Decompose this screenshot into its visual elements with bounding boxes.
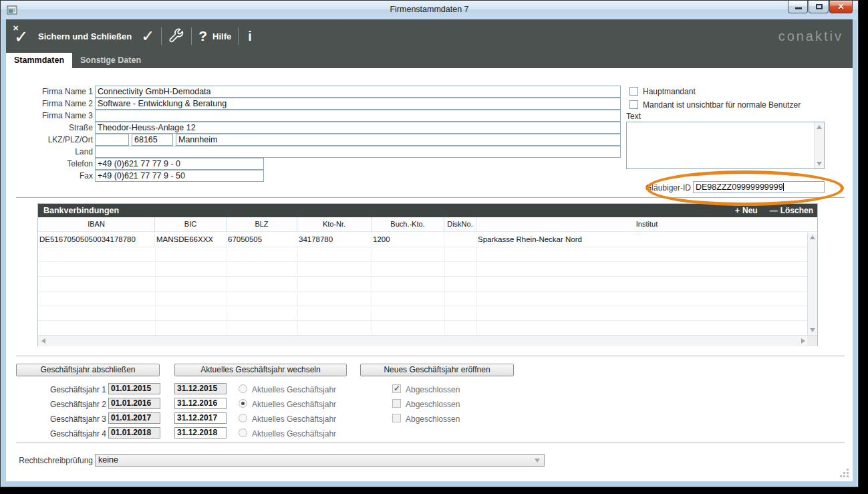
- mandant-unsichtbar-label: Mandant ist unsichtbar für normale Benut…: [643, 100, 801, 110]
- fiscal-year-3-label: Geschäftsjahr 3: [6, 414, 106, 425]
- toolbar-separator: [161, 27, 162, 45]
- column-header-institut[interactable]: Institut: [476, 217, 817, 231]
- firma-name-2-field[interactable]: Software - Entwicklung & Beratung: [95, 98, 621, 110]
- plz-field[interactable]: 68165: [132, 134, 173, 146]
- fiscal-year-1-label: Geschäftsjahr 1: [6, 384, 106, 396]
- hauptmandant-checkbox[interactable]: [629, 87, 638, 96]
- text-field[interactable]: [626, 122, 825, 169]
- fiscal-year-2-current-radio[interactable]: [239, 399, 247, 408]
- fiscal-year-2-label: Geschäftsjahr 2: [6, 399, 106, 410]
- toolbar-separator: [238, 27, 239, 45]
- strasse-field[interactable]: Theodor-Heuss-Anlage 12: [95, 122, 621, 134]
- resize-grip-icon[interactable]: [839, 468, 849, 477]
- close-fiscal-year-button[interactable]: Geschäftsjahr abschließen: [16, 364, 160, 376]
- fax-field[interactable]: +49 (0)621 77 77 9 - 50: [95, 170, 264, 182]
- bank-table-body: DE51670505050034178780 MANSDE66XXX 67050…: [38, 233, 817, 335]
- empty-rows-grid: [38, 247, 809, 335]
- bank-vertical-scrollbar[interactable]: [807, 233, 817, 335]
- cell-diskno: [444, 233, 476, 247]
- close-icon: ✕: [830, 2, 852, 11]
- tab-sonstige-daten[interactable]: Sonstige Daten: [72, 53, 149, 68]
- bank-horizontal-scrollbar[interactable]: [38, 335, 809, 346]
- section-divider: [16, 356, 845, 356]
- help-button[interactable]: ? Hilfe: [198, 28, 231, 44]
- fiscal-year-3-start[interactable]: 01.01.2017: [108, 412, 160, 424]
- change-current-fiscal-year-button[interactable]: Aktuelles Geschäftsjahr wechseln: [174, 364, 347, 376]
- close-button[interactable]: ✕: [829, 1, 853, 13]
- section-divider: [16, 443, 845, 443]
- land-field[interactable]: [95, 146, 621, 158]
- fiscal-year-2-start[interactable]: 01.01.2016: [108, 398, 160, 409]
- rechtschreibpruefung-label: Rechtschreibprüfung: [6, 455, 93, 467]
- open-new-fiscal-year-button[interactable]: Neues Geschäftsjahr eröffnen: [360, 364, 514, 376]
- firma-name-3-field[interactable]: [95, 110, 621, 122]
- fiscal-year-1-current-radio[interactable]: [239, 384, 247, 393]
- wrench-icon: [168, 28, 184, 44]
- check-icon: ✓: [141, 28, 154, 44]
- fiscal-year-1-end[interactable]: 31.12.2015: [174, 383, 227, 394]
- fiscal-year-4-current-radio[interactable]: [239, 428, 247, 437]
- text-caret: [783, 183, 784, 191]
- firma-name-2-label: Firma Name 2: [6, 98, 93, 110]
- column-header-blz[interactable]: BLZ: [227, 217, 297, 231]
- rechtschreibpruefung-select[interactable]: keine: [95, 454, 545, 467]
- titlebar[interactable]: Firmenstammdaten 7 ✕: [1, 1, 858, 19]
- minimize-button[interactable]: [788, 1, 808, 13]
- scroll-up-icon[interactable]: [817, 125, 822, 129]
- fiscal-year-2-closed-checkbox[interactable]: [392, 399, 401, 408]
- toolbar-separator: [191, 27, 192, 45]
- info-button[interactable]: i: [245, 29, 255, 44]
- cell-institut: Sparkasse Rhein-Neckar Nord: [476, 233, 809, 247]
- lkz-field[interactable]: [95, 134, 129, 146]
- scroll-up-icon[interactable]: [810, 235, 815, 239]
- hauptmandant-label: Hauptmandant: [643, 87, 696, 96]
- fiscal-year-3-closed-checkbox[interactable]: [392, 414, 401, 422]
- mandant-unsichtbar-checkbox[interactable]: [629, 100, 638, 109]
- tab-stammdaten[interactable]: Stammdaten: [6, 53, 72, 68]
- save-close-label: Sichern und Schließen: [38, 31, 132, 41]
- column-header-ktonr[interactable]: Kto-Nr.: [297, 217, 372, 231]
- bank-table: Bankverbindungen + Neu — Löschen IBAN BI…: [37, 203, 818, 346]
- ort-field[interactable]: Mannheim: [176, 134, 621, 146]
- fiscal-year-4-start[interactable]: 01.01.2018: [108, 427, 160, 439]
- tools-button[interactable]: [168, 28, 184, 44]
- cell-blz: 67050505: [227, 233, 297, 247]
- section-divider: [16, 197, 845, 198]
- scroll-left-icon[interactable]: [41, 338, 45, 344]
- column-header-diskno[interactable]: DiskNo.: [444, 217, 476, 231]
- telefon-field[interactable]: +49 (0)621 77 77 9 - 0: [95, 158, 264, 170]
- maximize-button[interactable]: [809, 1, 829, 13]
- save-close-button[interactable]: ✕ ✓ Sichern und Schließen: [13, 25, 132, 47]
- maximize-icon: [816, 4, 823, 9]
- scroll-right-icon[interactable]: [801, 338, 805, 344]
- text-scrollbar[interactable]: [814, 122, 824, 168]
- fiscal-year-1-start[interactable]: 01.01.2015: [108, 383, 160, 394]
- scroll-down-icon[interactable]: [817, 162, 822, 166]
- bank-table-title: Bankverbindungen: [43, 206, 119, 215]
- help-label: Hilfe: [212, 31, 231, 41]
- text-label: Text: [626, 112, 641, 121]
- fiscal-year-1-closed-checkbox[interactable]: [392, 384, 401, 393]
- bank-column-headers: IBAN BIC BLZ Kto-Nr. Buch.-Kto. DiskNo. …: [38, 217, 817, 232]
- firma-name-1-field[interactable]: Connectivity GmbH-Demodata: [95, 86, 621, 98]
- closed-label: Abgeschlossen: [406, 400, 460, 409]
- current-fiscal-year-label: Aktuelles Geschäftsjahr: [252, 385, 336, 394]
- firma-name-3-label: Firma Name 3: [6, 110, 93, 122]
- confirm-button[interactable]: ✓: [141, 28, 154, 44]
- fiscal-year-4-end[interactable]: 31.12.2018: [174, 427, 227, 439]
- fiscal-year-3-current-radio[interactable]: [239, 414, 247, 422]
- current-fiscal-year-label: Aktuelles Geschäftsjahr: [252, 429, 336, 439]
- window-controls: ✕: [787, 1, 853, 13]
- table-row[interactable]: DE51670505050034178780 MANSDE66XXX 67050…: [38, 233, 809, 247]
- column-header-iban[interactable]: IBAN: [38, 217, 155, 231]
- tab-strip: Stammdaten Sonstige Daten: [6, 53, 853, 68]
- strasse-label: Straße: [6, 122, 93, 134]
- fiscal-year-2-end[interactable]: 31.12.2016: [174, 398, 227, 409]
- fiscal-year-3-end[interactable]: 31.12.2017: [174, 412, 227, 424]
- bank-delete-button[interactable]: — Löschen: [770, 206, 813, 215]
- column-header-buchkto[interactable]: Buch.-Kto.: [372, 217, 444, 231]
- scroll-down-icon[interactable]: [810, 328, 815, 332]
- column-header-bic[interactable]: BIC: [155, 217, 227, 231]
- bank-new-button[interactable]: + Neu: [735, 206, 758, 215]
- glaeubiger-id-field[interactable]: DE98ZZZ09999999999: [693, 181, 825, 193]
